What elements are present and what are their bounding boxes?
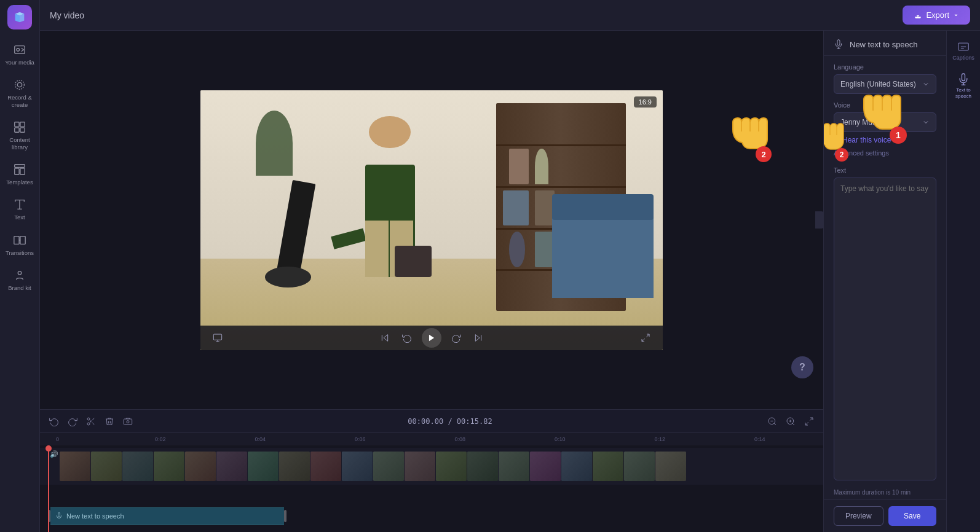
- tts-header-icon: [834, 39, 844, 49]
- rewind-icon[interactable]: [400, 331, 414, 345]
- svg-rect-27: [124, 419, 132, 424]
- svg-point-23: [87, 423, 90, 425]
- sidebar-item-transitions[interactable]: Transitions: [1, 229, 38, 261]
- tts-track[interactable]: New text to speech: [50, 507, 284, 525]
- voice-label: Voice: [834, 101, 936, 109]
- video-track: 🔊: [40, 448, 823, 485]
- timeline-expand-button[interactable]: [802, 415, 816, 428]
- svg-line-30: [774, 423, 776, 425]
- svg-point-1: [17, 49, 20, 52]
- voice-chevron-icon: [922, 119, 930, 126]
- project-title: My video: [50, 10, 99, 20]
- advanced-settings-link[interactable]: Advanced settings: [834, 148, 936, 162]
- svg-point-3: [15, 80, 25, 90]
- timeline-section: 00:00.00 / 00:15.82: [40, 409, 823, 532]
- collapse-handle[interactable]: [815, 211, 823, 229]
- svg-marker-17: [429, 334, 434, 341]
- video-controls-bar: [200, 326, 663, 350]
- fast-forward-icon[interactable]: [449, 331, 464, 345]
- timecode-display: 00:00.00 / 00:15.82: [408, 417, 492, 426]
- export-icon: [914, 11, 922, 20]
- tts-panel-title: New text to speech: [850, 40, 918, 49]
- tts-preview-button[interactable]: Preview: [834, 506, 883, 526]
- svg-rect-12: [20, 236, 25, 244]
- thumb-20: [655, 452, 686, 481]
- svg-rect-7: [20, 128, 25, 132]
- thumb-19: [624, 452, 655, 481]
- thumb-16: [530, 452, 561, 481]
- playhead: [48, 445, 49, 532]
- sidebar-item-text[interactable]: Text: [1, 193, 38, 225]
- thumb-2: [91, 452, 122, 481]
- svg-line-37: [805, 422, 808, 425]
- skip-forward-icon[interactable]: [471, 331, 486, 345]
- monitor-icon: [210, 331, 225, 345]
- tts-track-right-handle[interactable]: [284, 510, 286, 522]
- thumb-3: [122, 452, 153, 481]
- text-to-speech-tab[interactable]: Text to speech: [947, 68, 979, 104]
- undo-button[interactable]: [47, 415, 61, 428]
- tts-save-button[interactable]: Save: [888, 506, 937, 526]
- volume-icon: 🔊: [50, 450, 58, 458]
- fullscreen-icon[interactable]: [638, 331, 653, 345]
- svg-point-28: [127, 420, 129, 423]
- thumb-9: [310, 452, 341, 481]
- svg-rect-4: [15, 122, 19, 127]
- play-button[interactable]: [422, 328, 441, 348]
- svg-line-20: [646, 334, 649, 337]
- svg-rect-8: [15, 165, 25, 168]
- thumb-8: [279, 452, 310, 481]
- voice-dropdown[interactable]: Jenny Multilingual: [834, 112, 936, 132]
- video-preview: 16:9: [200, 90, 663, 350]
- thumb-14: [467, 452, 498, 481]
- svg-line-26: [89, 420, 91, 421]
- language-dropdown[interactable]: English (United States): [834, 74, 936, 94]
- svg-line-33: [792, 423, 794, 425]
- sidebar-item-templates[interactable]: Templates: [1, 158, 38, 190]
- tts-track-label: New text to speech: [66, 512, 124, 520]
- skip-back-icon[interactable]: [377, 331, 392, 345]
- playhead-indicator: [45, 445, 52, 452]
- tts-panel-header: New text to speech: [824, 31, 946, 56]
- sidebar-item-brand-kit[interactable]: Brand kit: [1, 264, 38, 296]
- thumb-15: [499, 452, 529, 481]
- redo-button[interactable]: [66, 415, 79, 428]
- svg-rect-10: [20, 168, 25, 174]
- thumb-5: [185, 452, 216, 481]
- language-label: Language: [834, 63, 936, 71]
- left-sidebar: Your media Record & create Content libra…: [0, 0, 40, 532]
- zoom-out-button[interactable]: [765, 415, 779, 428]
- sidebar-item-record-create[interactable]: Record & create: [1, 73, 38, 113]
- help-button[interactable]: ?: [791, 356, 813, 378]
- timeline-ruler: 0 0:02 0:04 0:06 0:08 0:10 0:12 0:14: [40, 433, 823, 445]
- export-button[interactable]: Export: [903, 6, 970, 25]
- captions-icon: [957, 41, 970, 53]
- topbar: My video Export: [40, 0, 980, 31]
- captions-tab[interactable]: Captions: [947, 36, 979, 66]
- track-area: 🔊: [40, 445, 823, 532]
- svg-line-25: [92, 422, 95, 424]
- zoom-in-button[interactable]: [784, 415, 797, 428]
- export-chevron-icon: [953, 12, 959, 18]
- tts-track-icon: [55, 512, 63, 520]
- thumb-10: [342, 452, 373, 481]
- aspect-ratio-badge: 16:9: [634, 96, 657, 108]
- voice-section: Voice Jenny Multilingual Hear this voice: [824, 99, 946, 166]
- tts-track-container: New text to speech: [48, 507, 286, 525]
- thumb-17: [561, 452, 592, 481]
- svg-point-2: [17, 83, 22, 87]
- sidebar-item-content-library[interactable]: Content library: [1, 115, 38, 155]
- cut-button[interactable]: [84, 415, 98, 428]
- screenshot-button[interactable]: [121, 415, 135, 428]
- thumb-11: [373, 452, 404, 481]
- svg-rect-14: [213, 334, 221, 340]
- tts-text-input[interactable]: [834, 178, 936, 480]
- svg-rect-5: [20, 122, 25, 127]
- hear-voice-link[interactable]: Hear this voice: [842, 136, 891, 144]
- delete-button[interactable]: [103, 415, 116, 428]
- svg-rect-6: [15, 128, 19, 132]
- duration-note: Maximum duration is 10 min: [824, 485, 946, 499]
- right-panel-area: New text to speech Language English (Uni…: [823, 31, 980, 532]
- text-section-label: Text: [834, 166, 936, 174]
- sidebar-item-your-media[interactable]: Your media: [1, 38, 38, 71]
